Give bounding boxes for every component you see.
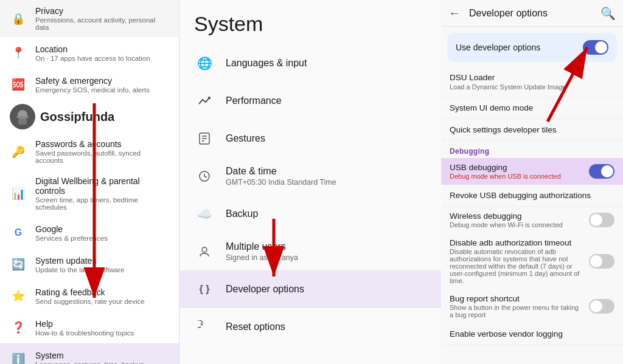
mid-item-gestures[interactable]: Gestures	[179, 120, 441, 157]
disable-adb-title: Disable adb authorization timeout	[450, 238, 584, 247]
sidebar-item-rating[interactable]: ⭐ Rating & feedback Send suggestions, ra…	[0, 280, 179, 312]
disable-adb-subtitle: Disable automatic revocation of adb auth…	[450, 248, 584, 284]
backup-title: Backup	[226, 208, 258, 219]
reset-title: Reset options	[226, 321, 285, 332]
multiuser-icon	[194, 241, 215, 262]
sidebar-item-location[interactable]: 📍 Location On · 17 apps have access to l…	[0, 37, 179, 69]
sidebar-system-subtitle: Languages, gestures, time, backup	[35, 361, 144, 365]
help-icon: ❓	[10, 319, 27, 336]
gestures-title: Gestures	[226, 133, 265, 144]
google-icon: G	[10, 224, 27, 241]
sidebar-google-subtitle: Services & preferences	[35, 235, 108, 242]
bug-report-subtitle: Show a button in the power menu for taki…	[450, 304, 584, 318]
datetime-icon	[194, 166, 215, 187]
gossipfunda-logo-icon	[10, 104, 35, 129]
gestures-icon	[194, 128, 215, 149]
bug-report-row[interactable]: Bug report shortcut Show a button in the…	[441, 289, 623, 323]
datetime-subtitle: GMT+05:30 India Standard Time	[226, 178, 336, 187]
right-panel: ← Developer options 🔍 Use developer opti…	[441, 0, 623, 364]
system-ui-demo-item[interactable]: System UI demo mode	[441, 97, 623, 119]
mid-item-multiuser[interactable]: Multiple users Signed in as Saranya	[179, 233, 441, 270]
sidebar-passwords-title: Passwords & accounts	[35, 139, 169, 149]
left-nav-panel: 🔒 Privacy Permissions, account activity,…	[0, 0, 179, 364]
sidebar-passwords-subtitle: Saved passwords, autofill, synced accoun…	[35, 149, 169, 164]
sidebar-safety-title: Safety & emergency	[35, 76, 150, 86]
sidebar-rating-subtitle: Send suggestions, rate your device	[35, 298, 145, 305]
system-title: System	[179, 0, 441, 44]
sidebar-item-passwords[interactable]: 🔑 Passwords & accounts Saved passwords, …	[0, 133, 179, 170]
performance-icon	[194, 91, 215, 111]
datetime-title: Date & time	[226, 166, 336, 177]
performance-title: Performance	[226, 95, 282, 106]
mid-item-languages[interactable]: 🌐 Languages & input	[179, 44, 441, 82]
wireless-debug-row[interactable]: Wireless debugging Debug mode when Wi-Fi…	[441, 207, 623, 233]
mid-item-performance[interactable]: Performance	[179, 82, 441, 120]
backup-icon: ☁️	[194, 204, 215, 224]
use-developer-options-row[interactable]: Use developer options	[447, 33, 617, 62]
sidebar-help-subtitle: How-to & troubleshooting topics	[35, 329, 134, 337]
privacy-icon: 🔒	[10, 10, 27, 27]
disable-adb-row[interactable]: Disable adb authorization timeout Disabl…	[441, 233, 623, 289]
mid-item-developer[interactable]: { } Developer options	[179, 270, 441, 308]
back-button[interactable]: ←	[448, 6, 461, 20]
sidebar-privacy-title: Privacy	[35, 6, 169, 16]
dsu-loader-item[interactable]: DSU Loader Load a Dynamic System Update …	[441, 67, 623, 97]
sidebar-system-title: System	[35, 351, 144, 360]
system-icon: ℹ️	[10, 351, 27, 364]
sidebar-item-system[interactable]: ℹ️ System Languages, gestures, time, bac…	[0, 343, 179, 364]
reset-icon	[194, 317, 215, 337]
right-content: Use developer options DSU Loader Load a …	[441, 27, 623, 364]
usb-debug-title: USB debugging	[450, 163, 561, 172]
sidebar-location-title: Location	[35, 44, 150, 54]
passwords-icon: 🔑	[10, 143, 27, 160]
dsu-loader-title: DSU Loader	[450, 73, 614, 82]
right-header-title: Developer options	[469, 8, 600, 19]
multiuser-subtitle: Signed in as Saranya	[226, 253, 298, 262]
bug-report-toggle[interactable]	[589, 299, 614, 314]
mid-item-datetime[interactable]: Date & time GMT+05:30 India Standard Tim…	[179, 157, 441, 195]
system-update-icon: 🔄	[10, 256, 27, 273]
gossipfunda-logo: Gossipfunda	[0, 100, 179, 133]
system-ui-demo-title: System UI demo mode	[450, 103, 614, 112]
search-button[interactable]: 🔍	[600, 6, 616, 21]
svg-rect-2	[16, 116, 29, 118]
verbose-logging-title: Enable verbose vendor logging	[450, 329, 614, 338]
sidebar-location-subtitle: On · 17 apps have access to location	[35, 55, 150, 62]
sidebar-item-help[interactable]: ❓ Help How-to & troubleshooting topics	[0, 312, 179, 343]
developer-options-toggle[interactable]	[583, 40, 608, 55]
bug-report-title: Bug report shortcut	[450, 294, 584, 303]
wireless-debug-toggle[interactable]	[589, 213, 614, 227]
usb-debugging-row[interactable]: USB debugging Debug mode when USB is con…	[441, 158, 623, 185]
sidebar-item-safety[interactable]: 🆘 Safety & emergency Emergency SOS, medi…	[0, 69, 179, 100]
right-header: ← Developer options 🔍	[441, 0, 623, 27]
quick-settings-item[interactable]: Quick settings developer tiles	[441, 119, 623, 141]
sidebar-update-subtitle: Update to the latest software	[35, 266, 124, 273]
sidebar-item-privacy[interactable]: 🔒 Privacy Permissions, account activity,…	[0, 0, 179, 37]
mid-item-backup[interactable]: ☁️ Backup	[179, 195, 441, 233]
disable-adb-toggle[interactable]	[589, 254, 614, 269]
languages-title: Languages & input	[226, 58, 307, 69]
sidebar-google-title: Google	[35, 224, 108, 234]
revoke-usb-item[interactable]: Revoke USB debugging authorizations	[441, 185, 623, 207]
usb-debug-toggle[interactable]	[589, 164, 614, 179]
sidebar-rating-title: Rating & feedback	[35, 287, 145, 297]
svg-line-11	[204, 176, 207, 177]
sidebar-item-wellbeing[interactable]: 📊 Digital Wellbeing & parental controls …	[0, 170, 179, 217]
wellbeing-icon: 📊	[10, 185, 27, 202]
mid-item-reset[interactable]: Reset options	[179, 308, 441, 346]
sidebar-update-title: System updates	[35, 256, 124, 266]
sidebar-wellbeing-subtitle: Screen time, app timers, bedtime schedul…	[35, 196, 169, 211]
languages-icon: 🌐	[194, 53, 215, 74]
quick-settings-title: Quick settings developer tiles	[450, 125, 614, 134]
sidebar-item-google[interactable]: G Google Services & preferences	[0, 217, 179, 249]
multiuser-title: Multiple users	[226, 241, 298, 252]
dsu-loader-subtitle: Load a Dynamic System Update Image	[450, 83, 614, 91]
svg-point-12	[202, 247, 207, 252]
debugging-section-label: Debugging	[441, 141, 623, 158]
sidebar-item-system-update[interactable]: 🔄 System updates Update to the latest so…	[0, 249, 179, 280]
sidebar-wellbeing-title: Digital Wellbeing & parental controls	[35, 176, 169, 196]
revoke-usb-title: Revoke USB debugging authorizations	[450, 191, 614, 200]
verbose-logging-item[interactable]: Enable verbose vendor logging	[441, 323, 623, 345]
rating-icon: ⭐	[10, 287, 27, 304]
svg-rect-1	[18, 118, 27, 125]
